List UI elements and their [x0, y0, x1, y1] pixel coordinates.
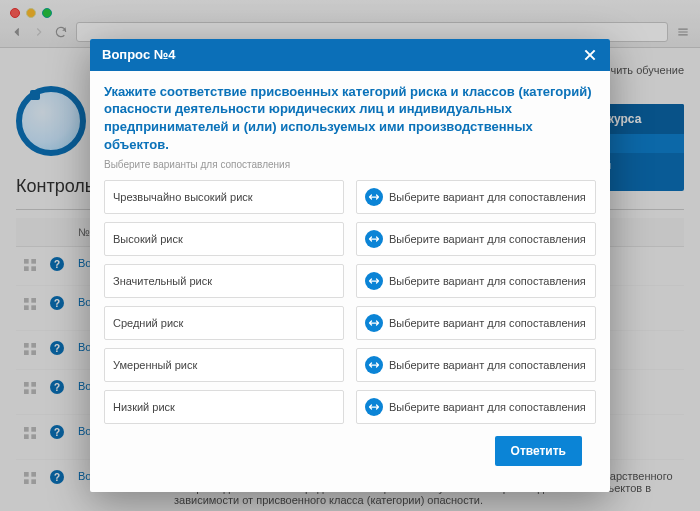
match-left-option[interactable]: Значительный риск: [104, 264, 344, 298]
match-placeholder: Выберите вариант для сопоставления: [389, 191, 586, 203]
modal-title: Вопрос №4: [102, 47, 175, 62]
match-placeholder: Выберите вариант для сопоставления: [389, 275, 586, 287]
question-hint: Выберите варианты для сопоставления: [104, 159, 596, 170]
match-right-select[interactable]: Выберите вариант для сопоставления: [356, 264, 596, 298]
match-placeholder: Выберите вариант для сопоставления: [389, 233, 586, 245]
match-right-select[interactable]: Выберите вариант для сопоставления: [356, 348, 596, 382]
match-left-option[interactable]: Умеренный риск: [104, 348, 344, 382]
modal-overlay: Вопрос №4 Укажите соответствие присвоенн…: [0, 0, 700, 511]
submit-button[interactable]: Ответить: [495, 436, 582, 466]
match-right-select[interactable]: Выберите вариант для сопоставления: [356, 180, 596, 214]
question-text: Укажите соответствие присвоенных категор…: [104, 83, 596, 153]
swap-icon: [365, 188, 383, 206]
swap-icon: [365, 230, 383, 248]
question-modal: Вопрос №4 Укажите соответствие присвоенн…: [90, 39, 610, 492]
matching-grid: Чрезвычайно высокий рискВыберите вариант…: [104, 180, 596, 424]
match-left-option[interactable]: Низкий риск: [104, 390, 344, 424]
close-icon[interactable]: [582, 47, 598, 63]
match-right-select[interactable]: Выберите вариант для сопоставления: [356, 390, 596, 424]
match-placeholder: Выберите вариант для сопоставления: [389, 359, 586, 371]
match-left-option[interactable]: Высокий риск: [104, 222, 344, 256]
match-placeholder: Выберите вариант для сопоставления: [389, 317, 586, 329]
match-left-option[interactable]: Чрезвычайно высокий риск: [104, 180, 344, 214]
match-placeholder: Выберите вариант для сопоставления: [389, 401, 586, 413]
swap-icon: [365, 356, 383, 374]
swap-icon: [365, 272, 383, 290]
match-right-select[interactable]: Выберите вариант для сопоставления: [356, 306, 596, 340]
match-right-select[interactable]: Выберите вариант для сопоставления: [356, 222, 596, 256]
swap-icon: [365, 398, 383, 416]
match-left-option[interactable]: Средний риск: [104, 306, 344, 340]
swap-icon: [365, 314, 383, 332]
